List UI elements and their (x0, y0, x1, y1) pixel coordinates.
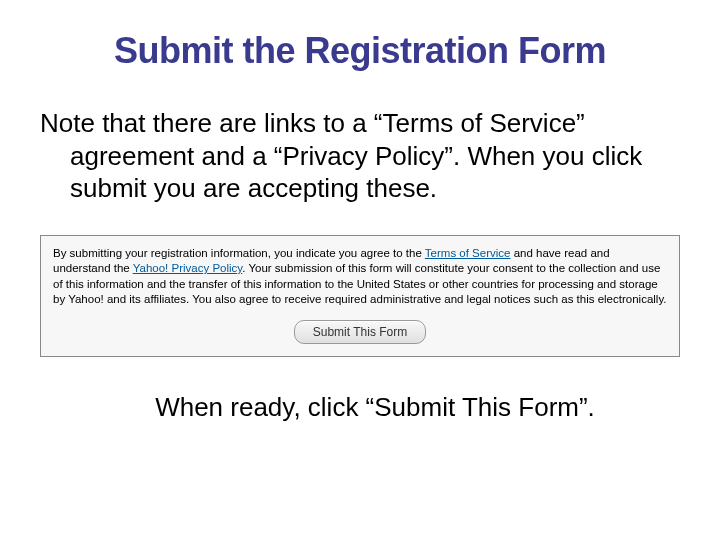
disclosure-panel: By submitting your registration informat… (40, 235, 680, 357)
submit-form-button[interactable]: Submit This Form (294, 320, 426, 344)
disclosure-part1: By submitting your registration informat… (53, 247, 425, 259)
terms-of-service-link[interactable]: Terms of Service (425, 247, 511, 259)
footer-instruction: When ready, click “Submit This Form”. (40, 392, 680, 423)
button-row: Submit This Form (53, 320, 667, 344)
slide-title: Submit the Registration Form (40, 30, 680, 72)
slide-content: Submit the Registration Form Note that t… (0, 0, 720, 540)
disclosure-text: By submitting your registration informat… (53, 246, 667, 308)
privacy-policy-link[interactable]: Yahoo! Privacy Policy (133, 262, 243, 274)
intro-paragraph: Note that there are links to a “Terms of… (40, 107, 680, 205)
